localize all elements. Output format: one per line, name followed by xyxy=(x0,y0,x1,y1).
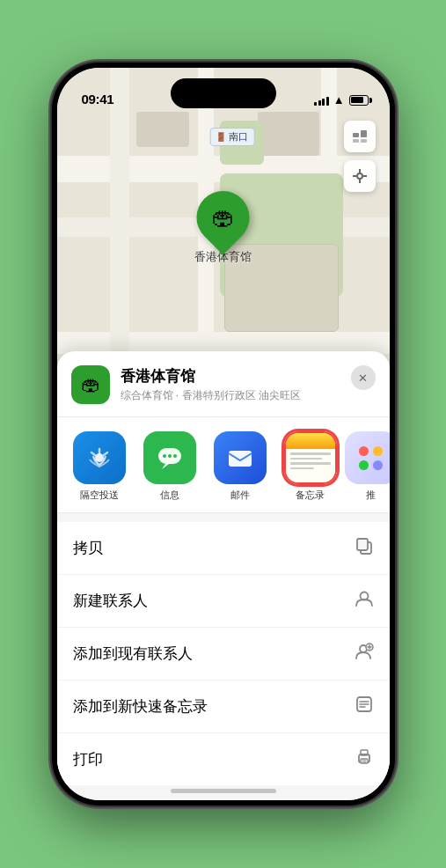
wifi-icon: ▲ xyxy=(333,93,345,107)
messages-icon xyxy=(143,431,196,484)
pin-circle: 🏟 xyxy=(186,180,260,255)
status-icons: ▲ xyxy=(314,93,368,107)
quick-memo-label: 添加到新快速备忘录 xyxy=(73,696,208,717)
map-controls xyxy=(344,121,376,192)
venue-header: 🏟 香港体育馆 综合体育馆 · 香港特别行政区 油尖旺区 ✕ xyxy=(57,351,390,417)
svg-point-14 xyxy=(173,454,177,458)
map-style-button[interactable] xyxy=(344,121,376,152)
close-button[interactable]: ✕ xyxy=(351,365,376,390)
copy-icon xyxy=(355,536,374,560)
action-list: 拷贝 新建联系人 xyxy=(57,522,390,785)
svg-point-12 xyxy=(163,454,166,458)
home-indicator xyxy=(171,789,276,793)
share-app-more[interactable]: 推 xyxy=(349,431,390,502)
share-app-mail[interactable]: 邮件 xyxy=(208,431,272,502)
stadium-pin[interactable]: 🏟 香港体育馆 xyxy=(194,191,252,265)
close-icon: ✕ xyxy=(358,371,368,385)
more-label: 推 xyxy=(366,489,376,502)
svg-point-9 xyxy=(95,453,104,462)
share-app-airdrop[interactable]: 隔空投送 xyxy=(68,431,131,502)
svg-rect-1 xyxy=(361,130,367,137)
venue-emoji-icon: 🏟 xyxy=(81,373,100,396)
copy-label: 拷贝 xyxy=(73,538,103,558)
airdrop-icon xyxy=(73,431,126,484)
messages-label: 信息 xyxy=(160,489,179,502)
svg-rect-17 xyxy=(357,539,368,550)
venue-subtitle: 综合体育馆 · 香港特别行政区 油尖旺区 xyxy=(121,388,376,403)
venue-info: 香港体育馆 综合体育馆 · 香港特别行政区 油尖旺区 xyxy=(121,366,376,403)
phone-screen: 09:41 ▲ xyxy=(57,68,390,800)
svg-point-4 xyxy=(357,173,362,179)
notes-label: 备忘录 xyxy=(296,489,325,502)
bottom-sheet: 🏟 香港体育馆 综合体育馆 · 香港特别行政区 油尖旺区 ✕ xyxy=(57,351,390,800)
mail-icon xyxy=(214,431,267,484)
svg-marker-11 xyxy=(162,464,169,469)
new-contact-label: 新建联系人 xyxy=(73,591,148,611)
airdrop-label: 隔空投送 xyxy=(80,489,119,502)
svg-rect-3 xyxy=(361,139,367,143)
svg-rect-2 xyxy=(353,139,359,143)
location-button[interactable] xyxy=(344,160,376,192)
share-app-notes[interactable]: 备忘录 xyxy=(279,431,342,502)
stadium-icon: 🏟 xyxy=(212,204,235,232)
venue-name: 香港体育馆 xyxy=(121,366,376,386)
svg-rect-15 xyxy=(229,451,252,467)
phone-frame: 09:41 ▲ xyxy=(52,63,395,805)
action-quick-memo[interactable]: 添加到新快速备忘录 xyxy=(57,680,390,733)
action-add-existing-contact[interactable]: 添加到现有联系人 xyxy=(57,628,390,680)
quick-memo-icon xyxy=(355,695,374,718)
battery-icon xyxy=(349,95,369,106)
svg-point-13 xyxy=(168,454,172,458)
print-label: 打印 xyxy=(73,749,103,769)
svg-rect-0 xyxy=(353,133,359,137)
share-apps-row: 隔空投送 信息 xyxy=(57,417,390,513)
venue-icon: 🏟 xyxy=(71,365,110,404)
mail-label: 邮件 xyxy=(230,489,250,502)
dynamic-island xyxy=(171,78,276,108)
exit-label: 🚪 南口 xyxy=(209,128,254,146)
add-existing-label: 添加到现有联系人 xyxy=(73,644,193,664)
notes-icon xyxy=(284,431,337,484)
exit-icon: 🚪 xyxy=(216,132,226,142)
action-new-contact[interactable]: 新建联系人 xyxy=(57,575,390,628)
signal-icon xyxy=(314,95,329,106)
print-icon xyxy=(355,747,374,771)
share-app-messages[interactable]: 信息 xyxy=(138,431,201,502)
new-contact-icon xyxy=(355,589,374,613)
action-print[interactable]: 打印 xyxy=(57,733,390,785)
add-existing-icon xyxy=(355,642,374,666)
status-time: 09:41 xyxy=(82,92,114,107)
action-copy[interactable]: 拷贝 xyxy=(57,522,390,575)
more-apps-icon xyxy=(345,431,390,484)
